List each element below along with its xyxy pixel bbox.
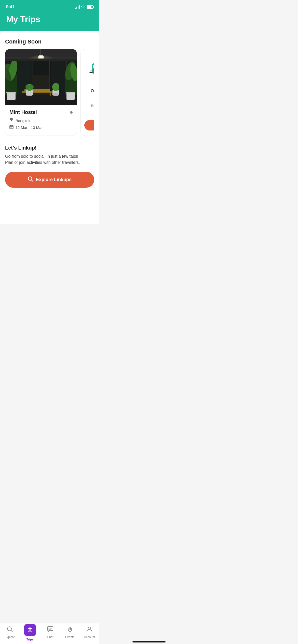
main-content: Coming Soon xyxy=(0,31,99,224)
explore-linkups-label: Explore Linkups xyxy=(36,177,72,182)
svg-line-72 xyxy=(31,180,33,182)
svg-rect-7 xyxy=(5,95,77,105)
promo-card-subtitle: Ready to star xyxy=(91,104,94,108)
svg-point-36 xyxy=(30,84,34,90)
trip-card-dates: 12 Mar - 13 Mar xyxy=(9,125,73,130)
svg-rect-20 xyxy=(50,93,51,96)
trip-card-name: Mint Hostel xyxy=(9,109,68,115)
explore-search-icon xyxy=(28,176,33,183)
card-dot-indicator xyxy=(70,111,73,114)
svg-rect-46 xyxy=(11,127,12,127)
linkup-section: Let's Linkup! Go from solo to social, in… xyxy=(5,145,94,194)
signal-icon xyxy=(75,5,80,9)
trip-card-image xyxy=(5,49,77,105)
svg-point-35 xyxy=(25,84,30,90)
trip-card[interactable]: Mint Hostel Bangkok xyxy=(5,49,77,136)
trip-card-info: Mint Hostel Bangkok xyxy=(5,105,77,136)
location-icon xyxy=(9,118,13,123)
svg-rect-31 xyxy=(66,92,75,93)
battery-icon xyxy=(87,5,93,9)
svg-rect-47 xyxy=(10,128,11,128)
svg-point-38 xyxy=(52,93,59,96)
svg-point-39 xyxy=(52,83,59,91)
explore-linkups-button[interactable]: Explore Linkups xyxy=(5,172,94,188)
trip-card-dates-text: 12 Mar - 13 Mar xyxy=(16,125,43,130)
svg-rect-48 xyxy=(11,128,12,128)
svg-rect-25 xyxy=(7,93,16,100)
status-bar: 9:41 xyxy=(0,0,99,12)
svg-rect-59 xyxy=(93,65,94,68)
linkup-title: Let's Linkup! xyxy=(5,145,94,151)
status-icons xyxy=(75,5,93,9)
trip-card-location: Bangkok xyxy=(9,118,73,123)
promo-card-illustration xyxy=(88,54,94,77)
svg-rect-26 xyxy=(6,92,16,93)
promo-card-title: Others are xyxy=(91,89,94,93)
svg-rect-45 xyxy=(10,127,11,127)
wifi-icon xyxy=(81,5,85,9)
header: My Trips xyxy=(0,12,99,31)
calendar-icon xyxy=(9,125,13,130)
promo-card[interactable]: Others are Ready to star Le xyxy=(80,49,94,136)
promo-card-button[interactable]: Le xyxy=(84,120,94,130)
svg-rect-40 xyxy=(5,58,77,61)
status-time: 9:41 xyxy=(6,4,15,9)
cards-row: Mint Hostel Bangkok xyxy=(5,49,94,136)
page-title: My Trips xyxy=(6,14,93,24)
coming-soon-section: Coming Soon xyxy=(5,38,94,136)
coming-soon-title: Coming Soon xyxy=(5,38,94,45)
svg-rect-30 xyxy=(66,93,75,100)
linkup-description: Go from solo to social, in just a few ta… xyxy=(5,153,94,166)
trip-card-location-text: Bangkok xyxy=(16,119,30,123)
